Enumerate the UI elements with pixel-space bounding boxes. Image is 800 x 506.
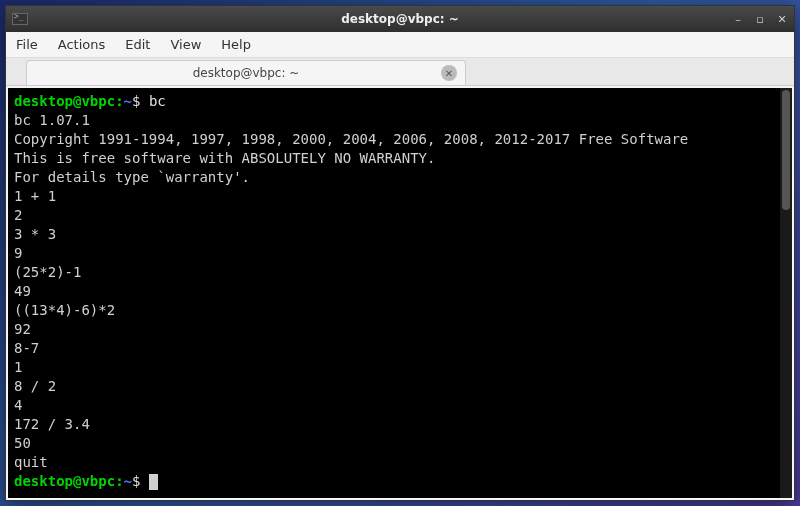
bc-input: (25*2)-1 xyxy=(14,263,786,282)
scrollbar-thumb[interactable] xyxy=(782,90,790,210)
menu-actions[interactable]: Actions xyxy=(58,37,106,52)
bc-output: 1 xyxy=(14,358,786,377)
bc-input: 8 / 2 xyxy=(14,377,786,396)
prompt-path: ~ xyxy=(124,93,132,109)
minimize-button[interactable]: – xyxy=(732,13,744,25)
cursor xyxy=(149,474,158,490)
tab-title: desktop@vbpc: ~ xyxy=(193,66,300,80)
tab-close-icon[interactable]: ✕ xyxy=(441,65,457,81)
prompt-user-host: desktop@vbpc xyxy=(14,93,115,109)
bc-output: 2 xyxy=(14,206,786,225)
bc-output: 50 xyxy=(14,434,786,453)
maximize-button[interactable]: ▫ xyxy=(754,13,766,25)
terminal-body[interactable]: desktop@vbpc:~$ bc bc 1.07.1 Copyright 1… xyxy=(8,88,792,498)
output-line: Copyright 1991-1994, 1997, 1998, 2000, 2… xyxy=(14,130,786,149)
scrollbar[interactable] xyxy=(780,88,792,498)
bc-input: 8-7 xyxy=(14,339,786,358)
prompt-line: desktop@vbpc:~$ xyxy=(14,472,786,491)
prompt-path: ~ xyxy=(124,473,132,489)
menu-view[interactable]: View xyxy=(170,37,201,52)
command-input: bc xyxy=(149,93,166,109)
bc-output: 92 xyxy=(14,320,786,339)
bc-output: 4 xyxy=(14,396,786,415)
menubar: File Actions Edit View Help xyxy=(6,32,794,58)
bc-output: 9 xyxy=(14,244,786,263)
bc-input: quit xyxy=(14,453,786,472)
tabbar: desktop@vbpc: ~ ✕ xyxy=(6,58,794,86)
bc-input: 3 * 3 xyxy=(14,225,786,244)
window-controls: – ▫ ✕ xyxy=(732,13,788,25)
menu-file[interactable]: File xyxy=(16,37,38,52)
prompt-line: desktop@vbpc:~$ bc xyxy=(14,92,786,111)
menu-edit[interactable]: Edit xyxy=(125,37,150,52)
bc-input: 172 / 3.4 xyxy=(14,415,786,434)
titlebar[interactable]: desktop@vbpc: ~ – ▫ ✕ xyxy=(6,6,794,32)
bc-input: 1 + 1 xyxy=(14,187,786,206)
prompt-dollar: $ xyxy=(132,473,149,489)
bc-input: ((13*4)-6)*2 xyxy=(14,301,786,320)
tab-terminal[interactable]: desktop@vbpc: ~ ✕ xyxy=(26,60,466,85)
prompt-dollar: $ xyxy=(132,93,149,109)
menu-help[interactable]: Help xyxy=(221,37,251,52)
prompt-user-host: desktop@vbpc xyxy=(14,473,115,489)
output-line: This is free software with ABSOLUTELY NO… xyxy=(14,149,786,168)
bc-output: 49 xyxy=(14,282,786,301)
output-line: For details type `warranty'. xyxy=(14,168,786,187)
window-title: desktop@vbpc: ~ xyxy=(341,12,459,26)
terminal-app-icon xyxy=(12,13,28,25)
close-button[interactable]: ✕ xyxy=(776,13,788,25)
output-line: bc 1.07.1 xyxy=(14,111,786,130)
terminal-window: desktop@vbpc: ~ – ▫ ✕ File Actions Edit … xyxy=(5,5,795,501)
